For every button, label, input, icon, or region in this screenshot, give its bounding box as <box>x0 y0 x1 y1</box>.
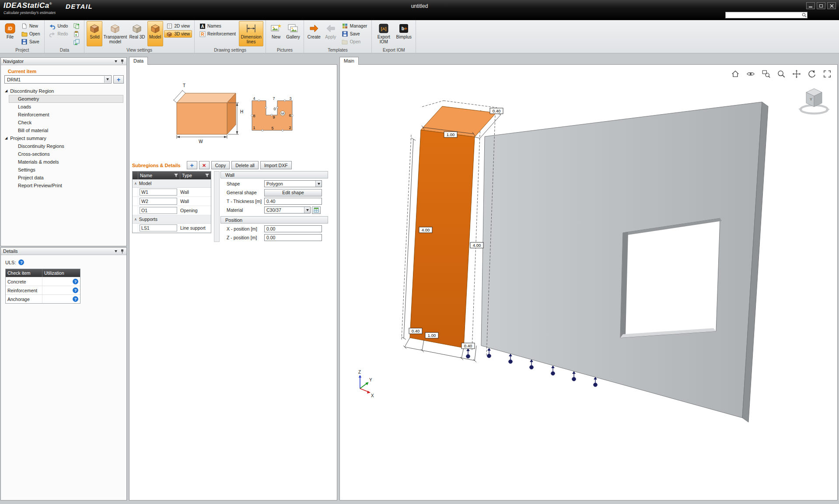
edit-shape-button[interactable]: Edit shape <box>264 189 322 196</box>
viewport-3d-scene[interactable]: 0.40 1.00 4.00 4.00 0.40 <box>340 65 837 500</box>
current-item-select[interactable]: DRM1 <box>4 75 112 84</box>
undo-button[interactable]: Undo <box>47 22 70 30</box>
row-selector[interactable] <box>133 206 138 215</box>
tree-item-check[interactable]: Check <box>9 119 123 126</box>
close-button[interactable] <box>827 2 836 9</box>
group-row-model[interactable]: ∧ Model <box>133 179 211 188</box>
gallery-button[interactable]: Gallery <box>285 21 301 46</box>
row-selector[interactable] <box>133 224 138 232</box>
transparent-model-button[interactable]: Transparent model <box>103 21 127 46</box>
help-icon[interactable]: ? <box>73 287 78 293</box>
rotate-view-button[interactable] <box>807 69 817 79</box>
dimension-lines-button[interactable]: Dimension lines <box>239 21 263 46</box>
pan-button[interactable] <box>792 69 801 79</box>
solid-view-button[interactable]: Solid <box>87 21 102 46</box>
tree-item-geometry[interactable]: Geometry <box>9 95 123 103</box>
add-region-button[interactable]: + <box>113 75 124 84</box>
view-3d-button[interactable]: 3D view <box>164 30 192 38</box>
table-row[interactable]: Concrete ? <box>6 277 80 286</box>
search-input[interactable] <box>726 13 801 18</box>
navigation-cube[interactable]: Y <box>798 84 830 118</box>
fullscreen-button[interactable] <box>822 69 832 79</box>
tree-item-loads[interactable]: Loads <box>9 103 123 111</box>
bimplus-button[interactable]: b+ Bimplus <box>394 21 413 46</box>
name-column-header[interactable]: Name <box>138 172 180 179</box>
reinforcement-toggle-button[interactable]: R Reinforcement <box>197 30 238 38</box>
thickness-input[interactable]: 0.40 <box>264 198 322 205</box>
name-cell[interactable]: W2 <box>140 198 177 205</box>
name-cell[interactable]: LS1 <box>140 224 177 231</box>
table-row[interactable]: Anchorage ? <box>6 294 80 303</box>
delete-all-button[interactable]: Delete all <box>231 161 259 169</box>
tree-expander-icon[interactable]: ◢ <box>5 89 7 93</box>
open-project-button[interactable]: Open <box>19 30 42 38</box>
name-cell[interactable]: O1 <box>140 207 177 214</box>
export-iom-button[interactable]: [A] Export IOM <box>374 21 393 46</box>
filter-funnel-icon[interactable] <box>205 174 209 178</box>
home-view-button[interactable] <box>731 69 740 79</box>
panel-menu-icon[interactable] <box>115 60 117 63</box>
tree-item-bill-of-material[interactable]: Bill of material <box>9 126 123 134</box>
create-template-button[interactable]: Create <box>306 21 322 46</box>
subregion-row-w2[interactable]: W2 Wall <box>133 197 211 206</box>
x-position-input[interactable]: 0.00 <box>264 225 322 232</box>
z-position-input[interactable]: 0.00 <box>264 234 322 241</box>
minimize-button[interactable] <box>806 2 815 9</box>
new-project-button[interactable]: New <box>19 22 42 30</box>
row-selector[interactable] <box>133 188 138 196</box>
delete-subregion-button[interactable]: ✕ <box>199 161 210 169</box>
tree-item-discontinuity-regions[interactable]: Discontinuity Regions <box>9 142 123 150</box>
tab-main[interactable]: Main <box>339 57 359 65</box>
material-select[interactable]: C30/37 <box>264 206 311 214</box>
template-open-button[interactable]: Open <box>339 38 369 46</box>
tab-data[interactable]: Data <box>129 57 148 65</box>
dropdown-arrow-icon[interactable] <box>104 76 111 83</box>
search-icon[interactable] <box>801 13 807 18</box>
zoom-button[interactable] <box>776 69 786 79</box>
tree-item-settings[interactable]: Settings <box>9 166 123 174</box>
redo-button[interactable]: Redo <box>47 30 70 38</box>
new-picture-button[interactable]: New <box>268 21 284 46</box>
pin-icon[interactable] <box>120 249 124 254</box>
row-selector[interactable] <box>133 197 138 206</box>
tree-item-cross-sections[interactable]: Cross-sections <box>9 150 123 158</box>
panel-menu-icon[interactable] <box>115 250 117 252</box>
type-column-header[interactable]: Type <box>180 172 211 179</box>
collapse-caret-icon[interactable]: ∧ <box>134 217 137 221</box>
dropdown-arrow-icon[interactable] <box>304 207 310 213</box>
tree-item-project-data[interactable]: Project data <box>9 174 123 182</box>
copy-item-button[interactable] <box>71 22 82 30</box>
help-icon[interactable]: ? <box>73 279 78 284</box>
tree-item-reinforcement[interactable]: Reinforcement <box>9 111 123 119</box>
file-button[interactable]: ID File <box>2 21 18 46</box>
material-library-button[interactable] <box>312 206 321 214</box>
tree-item-report-preview-print[interactable]: Report Preview/Print <box>9 182 123 189</box>
template-manager-button[interactable]: Manager <box>339 22 369 30</box>
table-row[interactable]: Reinforcement ? <box>6 286 80 294</box>
subregion-row-w1[interactable]: W1 Wall <box>133 188 211 197</box>
real-3d-button[interactable]: Real 3D <box>128 21 146 46</box>
template-save-button[interactable]: Save <box>339 30 369 38</box>
tree-item-materials-models[interactable]: Materials & models <box>9 158 123 166</box>
view-2d-button[interactable]: 2D view <box>164 22 192 30</box>
navigator-panel-header[interactable]: Navigator <box>1 58 126 65</box>
dropdown-arrow-icon[interactable] <box>315 181 322 187</box>
zoom-window-button[interactable] <box>761 69 771 79</box>
copy-button[interactable]: Copy <box>211 161 230 169</box>
group-row-supports[interactable]: ∧ Supports <box>133 215 211 224</box>
view-direction-button[interactable] <box>746 69 755 79</box>
filter-funnel-icon[interactable] <box>174 174 178 178</box>
tree-section-project-summary[interactable]: ◢ Project summary <box>1 134 126 142</box>
opening-o1[interactable] <box>620 218 722 338</box>
tree-expander-icon[interactable]: ◢ <box>5 136 7 140</box>
name-cell[interactable]: W1 <box>140 189 177 196</box>
add-subregion-button[interactable]: + <box>187 161 197 169</box>
collapse-caret-icon[interactable]: ∧ <box>134 182 137 186</box>
pin-icon[interactable] <box>120 59 124 64</box>
subregion-row-o1[interactable]: O1 Opening <box>133 206 211 215</box>
names-toggle-button[interactable]: A Names <box>197 22 238 30</box>
apply-template-button[interactable]: Apply <box>323 21 339 46</box>
model-view-button[interactable]: Model <box>147 21 163 46</box>
subregion-row-ls1[interactable]: LS1 Line support <box>133 224 211 233</box>
import-dxf-button[interactable]: Import DXF <box>260 161 292 169</box>
